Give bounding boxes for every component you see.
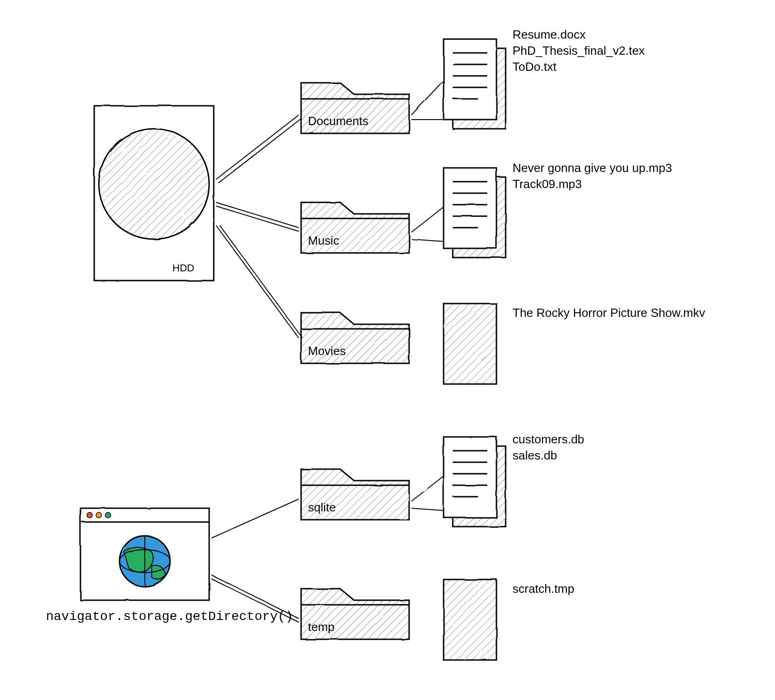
svg-point-2 xyxy=(99,129,209,239)
folder-label-music: Music xyxy=(308,234,339,248)
file-label: Never gonna give you up.mp3 xyxy=(513,161,672,175)
svg-line-7 xyxy=(216,225,299,338)
svg-line-4 xyxy=(218,119,301,183)
browser-icon xyxy=(80,508,209,600)
svg-point-35 xyxy=(96,512,102,518)
svg-line-40 xyxy=(211,499,299,538)
temp-file-icon xyxy=(444,580,496,660)
svg-line-10 xyxy=(411,80,444,115)
svg-point-36 xyxy=(105,512,111,518)
hdd-label: HDD xyxy=(172,262,194,274)
hdd-icon xyxy=(94,106,214,281)
svg-rect-31 xyxy=(444,304,496,384)
folder-label-sqlite: sqlite xyxy=(308,500,336,515)
file-label: Resume.docx xyxy=(513,28,586,42)
movies-file-icon xyxy=(444,304,496,384)
svg-rect-23 xyxy=(444,168,496,248)
svg-rect-13 xyxy=(444,39,496,120)
svg-line-3 xyxy=(216,115,299,179)
svg-line-45 xyxy=(411,508,444,511)
file-label: PhD_Thesis_final_v2.tex xyxy=(513,44,645,58)
file-label: scratch.tmp xyxy=(513,582,574,596)
file-label: ToDo.txt xyxy=(513,60,556,74)
documents-file-icon xyxy=(444,39,506,129)
svg-line-20 xyxy=(411,207,444,232)
svg-point-34 xyxy=(87,512,92,518)
svg-line-44 xyxy=(411,476,444,501)
folder-label-temp: temp xyxy=(308,620,335,634)
sqlite-file-connector xyxy=(411,476,444,511)
sqlite-file-icon xyxy=(444,437,506,527)
folder-label-documents: Documents xyxy=(308,114,369,128)
svg-rect-55 xyxy=(444,580,496,660)
svg-line-8 xyxy=(220,225,302,338)
file-label: sales.db xyxy=(513,448,557,463)
documents-file-connector xyxy=(411,80,444,120)
browser-connectors xyxy=(211,499,299,622)
folder-label-movies: Movies xyxy=(308,344,346,358)
file-label: Track09.mp3 xyxy=(513,177,582,191)
svg-line-21 xyxy=(411,239,444,241)
svg-rect-47 xyxy=(444,437,496,517)
file-label: The Rocky Horror Picture Show.mkv xyxy=(513,306,705,320)
browser-api-label: navigator.storage.getDirectory() xyxy=(46,609,293,624)
music-file-connector xyxy=(411,207,444,241)
hdd-connectors xyxy=(216,115,302,338)
music-file-icon xyxy=(444,168,506,258)
svg-line-5 xyxy=(216,202,299,228)
file-label: customers.db xyxy=(513,432,584,447)
svg-line-6 xyxy=(216,206,299,231)
